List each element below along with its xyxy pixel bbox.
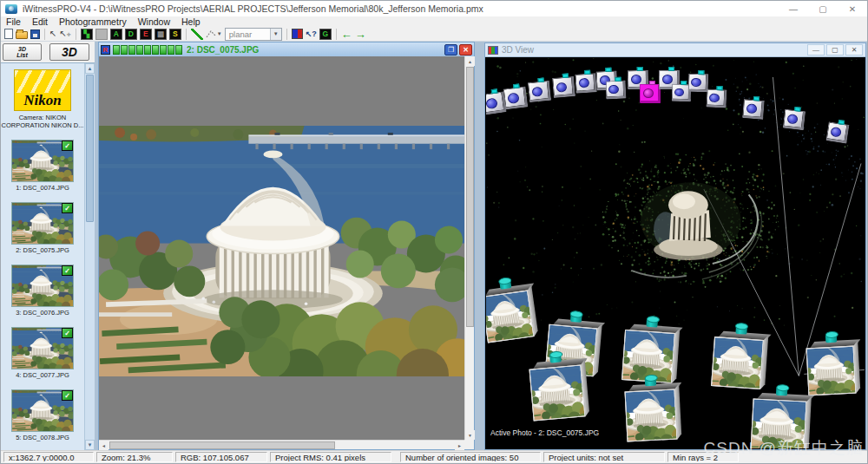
nikon-logo: Nikon [14,69,71,111]
thumbnail-item[interactable]: ✓4: DSC_0077.JPG [1,328,84,379]
menu-edit[interactable]: Edit [32,16,48,27]
photo-plane[interactable] [486,291,534,343]
camera-marker[interactable] [552,76,575,98]
thumbnail-image[interactable]: ✓ [12,390,73,431]
scroll-right-icon[interactable]: ► [455,441,464,450]
scroll-up-icon[interactable]: ▲ [85,63,95,74]
3d-list-button[interactable]: 3D List [3,43,42,61]
thumbnail-item[interactable]: ✓2: DSC_0075.JPG [1,203,84,254]
thumbnail-item[interactable]: ✓3: DSC_0076.JPG [1,265,84,317]
sidebar-scrollbar-thumb[interactable] [86,75,94,222]
restore-window-icon[interactable]: ❐ [444,44,457,56]
menu-help[interactable]: Help [181,16,201,27]
camera-marker[interactable] [528,81,551,102]
close-button[interactable]: ✕ [838,1,867,16]
photo-plane[interactable] [529,364,585,421]
next-photo-arrow-icon[interactable]: → [355,29,366,40]
pattern-icon[interactable]: ▦ [155,29,167,40]
image-contrast-icon[interactable] [292,29,303,39]
status-segment: x:1362.7 y:0000.0 [3,452,94,462]
close-window-icon[interactable]: ✕ [459,44,472,56]
menu-window[interactable]: Window [138,16,170,27]
scroll-up-icon[interactable]: ▲ [465,56,475,66]
thumbnail-image[interactable]: ✓ [12,328,73,369]
horizontal-scrollbar[interactable]: ◄ ► [99,440,464,449]
new-file-icon[interactable] [4,29,13,39]
marker-pattern-icon[interactable]: ▚ [81,29,93,40]
auto-icon[interactable]: A [110,29,122,40]
camera-cylinder-icon [569,313,582,323]
main-photo[interactable] [99,126,464,376]
photo-sidebar: 3D List 3D Nikon Camera: NIKON CORPORATI… [1,42,95,450]
photo-plane[interactable] [750,398,806,448]
maximize-button[interactable]: ▢ [808,1,838,16]
vertical-scrollbar[interactable]: ▲ ▼ [464,56,474,440]
toolbar-separator [76,29,76,40]
select-cursor-icon[interactable]: ↖ [49,29,56,38]
view3d-window: 3D View — ▢ ✕ [484,42,866,450]
planar-combobox[interactable]: planar ▼ [225,28,282,41]
edit-icon[interactable]: E [140,29,152,40]
disabled-icon[interactable] [95,29,108,40]
context-help-icon[interactable]: ↖? [306,29,317,38]
chevron-down-icon[interactable]: ▼ [270,29,281,40]
close-window-icon[interactable]: ✕ [845,44,863,56]
menu-file[interactable]: File [6,16,21,27]
referenced-icon: R [101,45,110,55]
view3d-title: 3D View [502,45,806,55]
quality-block [168,45,174,55]
camera-cylinder-icon [645,377,657,387]
camera-marker[interactable] [783,109,806,131]
maximize-window-icon[interactable]: ▢ [826,44,844,56]
drive-icon[interactable]: D [125,29,137,40]
camera-marker[interactable] [503,87,529,110]
thumbnail-image[interactable]: ✓ [12,203,73,244]
camera-marker[interactable] [575,73,596,93]
menu-photogrammetry[interactable]: Photogrammetry [59,16,127,27]
camera-marker[interactable] [742,99,765,120]
photo-plane[interactable] [711,337,764,389]
status-segment: Number of oriented images: 50 [400,452,541,462]
open-file-icon[interactable] [16,31,28,39]
camera-marker[interactable] [707,88,727,108]
sidebar-scrollbar[interactable]: ▲ ▼ [84,63,95,450]
scroll-left-icon[interactable]: ◄ [99,441,108,450]
camera-cylinder-icon [549,353,562,363]
horizontal-scrollbar-thumb[interactable] [109,441,335,449]
camera-marker[interactable] [606,81,627,100]
line-tool-icon[interactable] [191,29,203,40]
photo-window-titlebar[interactable]: R 2: DSC_0075.JPG ❐ ✕ [99,42,474,56]
minimize-button[interactable]: — [779,1,808,16]
thumbnail-image[interactable]: ✓ [12,141,73,181]
vertical-scrollbar-thumb[interactable] [466,67,474,327]
minimize-window-icon[interactable]: — [807,44,825,56]
thumbnail-image[interactable]: ✓ [12,265,73,306]
camera-lens [662,75,673,84]
photo-plane[interactable] [806,346,857,396]
save-icon[interactable] [30,29,40,39]
3d-button[interactable]: 3D [49,43,89,61]
scroll-down-icon[interactable]: ▼ [465,430,475,440]
camera-marker[interactable] [688,74,709,93]
polyline-tool-icon[interactable]: ▼ [206,29,222,40]
view3d-content[interactable]: Active Photo - 2: DSC_0075.JPG [486,58,865,448]
thumbnail-item[interactable]: ✓5: DSC_0078.JPG [1,390,84,441]
camera-top-knob [513,83,520,88]
mark-cursor-icon[interactable]: ↖✛ [59,29,70,39]
orientation-quality-blocks [113,45,182,55]
camera-top-knob [681,81,687,85]
thumbnail-item[interactable]: ✓1: DSC_0074.JPG [1,141,84,192]
camera-lens [578,78,589,88]
thumbnail-label: 2: DSC_0075.JPG [1,246,84,254]
view3d-titlebar[interactable]: 3D View — ▢ ✕ [485,43,865,57]
photo-viewport[interactable] [99,56,464,440]
scroll-down-icon[interactable]: ▼ [85,440,95,450]
scale-icon[interactable]: S [169,29,181,40]
camera-marker[interactable] [826,121,850,143]
prev-photo-arrow-icon[interactable]: ← [341,29,352,40]
sidebar-buttons: 3D List 3D [1,42,95,62]
photo-plane[interactable] [625,389,678,442]
camera-marker-active[interactable] [640,84,661,103]
g-tool-icon[interactable]: G [319,29,332,40]
camera-top-knob [716,86,722,90]
